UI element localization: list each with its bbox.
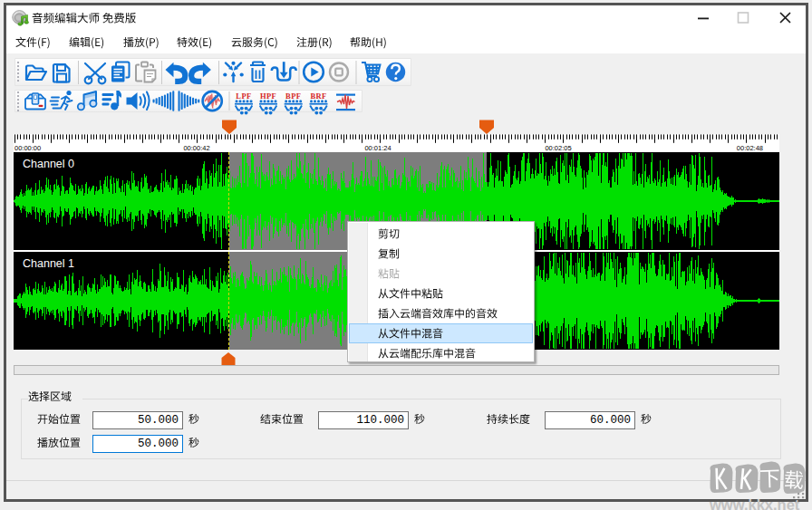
- svg-text:HPF: HPF: [260, 91, 276, 101]
- svg-text:LPF: LPF: [236, 91, 251, 101]
- svg-text:00:02:05: 00:02:05: [545, 144, 571, 152]
- svg-text:00:00:00: 00:00:00: [14, 144, 41, 152]
- svg-text:Channel 0: Channel 0: [23, 158, 74, 170]
- svg-text:00:00:42: 00:00:42: [183, 144, 209, 152]
- svg-text:BPF: BPF: [285, 91, 301, 101]
- svg-text:00:01:24: 00:01:24: [364, 144, 391, 152]
- svg-text:BRF: BRF: [310, 91, 326, 101]
- svg-text:Channel 1: Channel 1: [23, 257, 74, 270]
- svg-text:00:02:48: 00:02:48: [737, 144, 763, 152]
